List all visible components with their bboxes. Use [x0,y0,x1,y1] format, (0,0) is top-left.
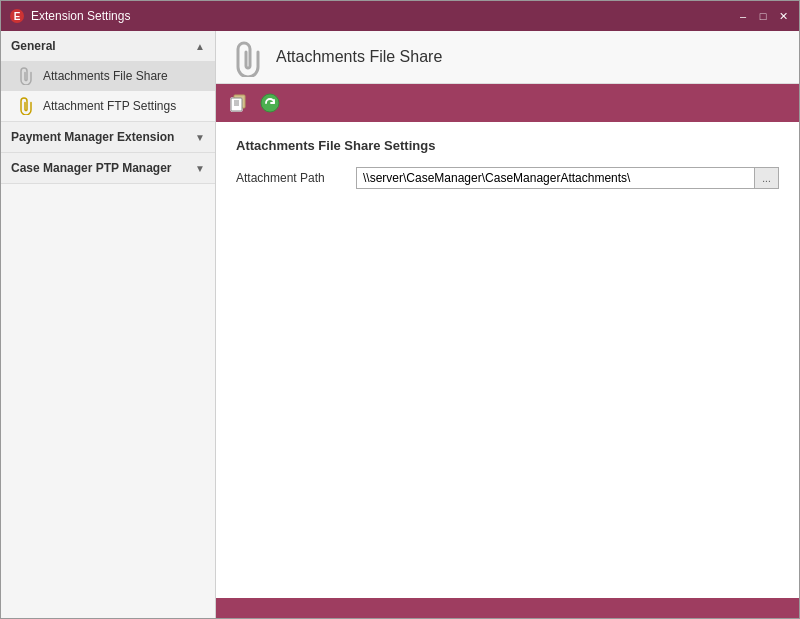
bottom-bar [216,598,799,618]
window-controls: – □ ✕ [735,8,791,24]
sidebar-item-attachment-ftp-settings[interactable]: Attachment FTP Settings [1,91,215,121]
chevron-up-icon: ▲ [195,41,205,52]
ftp-icon [17,97,35,115]
sidebar-item-label-ftp: Attachment FTP Settings [43,99,176,113]
form-area: Attachments File Share Settings Attachme… [216,122,799,598]
toolbar [216,84,799,122]
sidebar-item-attachments-file-share[interactable]: Attachments File Share [1,61,215,91]
chevron-down-icon-case: ▼ [195,163,205,174]
content-area: Attachments File Share [216,31,799,618]
sidebar-section-general: General ▲ Attachments File Share [1,31,215,122]
extension-settings-window: E Extension Settings – □ ✕ General ▲ [0,0,800,619]
sidebar-section-case-manager: Case Manager PTP Manager ▼ [1,153,215,184]
main-content: General ▲ Attachments File Share [1,31,799,618]
maximize-button[interactable]: □ [755,8,771,24]
attachment-path-row: Attachment Path ... [236,167,779,189]
window-title: Extension Settings [31,9,735,23]
app-icon: E [9,8,25,24]
content-header: Attachments File Share [216,31,799,84]
sidebar-section-general-header[interactable]: General ▲ [1,31,215,61]
refresh-button[interactable] [256,89,284,117]
sidebar-section-payment-manager-header[interactable]: Payment Manager Extension ▼ [1,122,215,152]
close-button[interactable]: ✕ [775,8,791,24]
minimize-button[interactable]: – [735,8,751,24]
attachment-path-input[interactable] [356,167,755,189]
copy-button[interactable] [224,89,252,117]
svg-point-8 [261,94,279,112]
sidebar-section-case-label: Case Manager PTP Manager [11,161,172,175]
sidebar-section-payment-manager: Payment Manager Extension ▼ [1,122,215,153]
sidebar-section-general-label: General [11,39,56,53]
attachment-path-label: Attachment Path [236,171,356,185]
title-bar: E Extension Settings – □ ✕ [1,1,799,31]
sidebar-section-payment-label: Payment Manager Extension [11,130,174,144]
content-header-title: Attachments File Share [276,48,442,66]
chevron-down-icon-payment: ▼ [195,132,205,143]
sidebar-section-case-manager-header[interactable]: Case Manager PTP Manager ▼ [1,153,215,183]
sidebar-item-label-attachments: Attachments File Share [43,69,168,83]
sidebar: General ▲ Attachments File Share [1,31,216,618]
form-section-title: Attachments File Share Settings [236,138,779,153]
browse-button[interactable]: ... [755,167,779,189]
paperclip-icon [17,67,35,85]
attachment-path-input-wrapper: ... [356,167,779,189]
svg-text:E: E [14,11,21,22]
header-paperclip-icon [232,41,264,73]
